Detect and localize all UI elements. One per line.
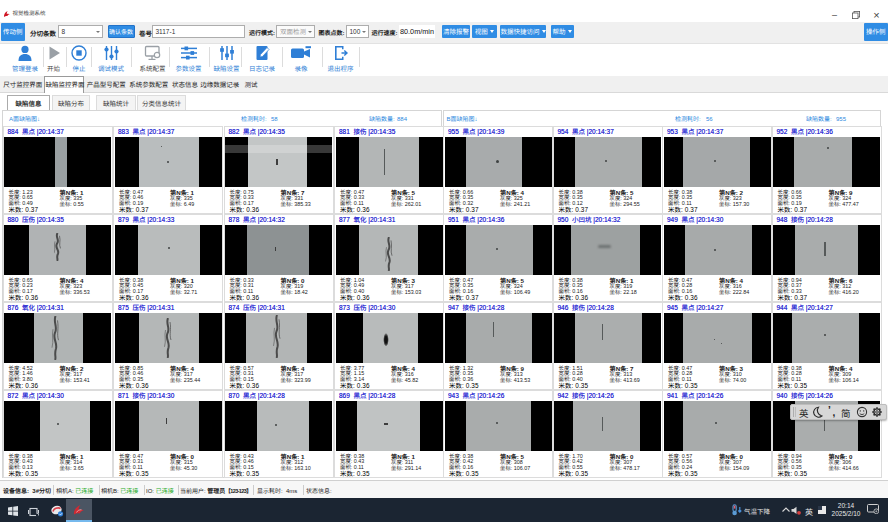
svg-text:,: ,	[833, 407, 836, 418]
svg-text:’: ’	[828, 405, 831, 416]
svg-text:简: 简	[841, 406, 851, 420]
svg-text:英: 英	[799, 406, 809, 420]
